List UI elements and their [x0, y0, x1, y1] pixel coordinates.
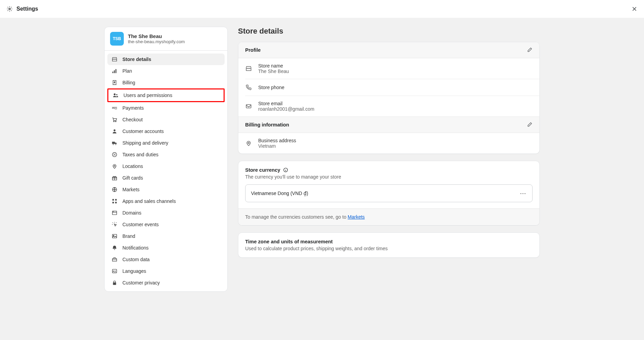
nav-gift-cards[interactable]: Gift cards [107, 172, 225, 184]
nav-label: Customer privacy [122, 280, 160, 286]
lock-icon [111, 280, 118, 286]
gift-icon [111, 175, 118, 181]
store-url: the-she-beau.myshopify.com [128, 39, 185, 44]
chart-icon [111, 68, 118, 74]
nav-label: Markets [122, 187, 140, 192]
billing-header-title: Billing information [245, 122, 289, 127]
nav-notifications[interactable]: Notifications [107, 242, 225, 254]
svg-point-12 [114, 154, 114, 154]
currency-title: Store currency [245, 167, 288, 173]
gear-icon [6, 5, 13, 12]
svg-rect-21 [112, 211, 117, 215]
timezone-card: Time zone and units of measurement Used … [238, 232, 540, 258]
row-value: Vietnam [258, 143, 296, 149]
timezone-desc: Used to calculate product prices, shippi… [245, 246, 533, 251]
apps-icon [111, 198, 118, 204]
cursor-click-icon [111, 221, 118, 228]
nav-markets[interactable]: Markets [107, 184, 225, 195]
nav-customer-accounts[interactable]: Customer accounts [107, 125, 225, 137]
page-header-title: Settings [16, 6, 38, 12]
nav-label: Notifications [122, 245, 148, 251]
nav-label: Locations [122, 163, 143, 169]
nav-billing[interactable]: Billing [107, 77, 225, 88]
nav-label: Customer events [122, 222, 159, 227]
svg-text:A文: A文 [113, 270, 117, 272]
svg-point-0 [9, 8, 11, 10]
more-icon[interactable]: ⋯ [520, 190, 527, 197]
svg-point-4 [114, 94, 116, 95]
currency-card: Store currency The currency you'll use t… [238, 161, 540, 226]
truck-icon [111, 140, 118, 146]
main-content: Store details Profile Store name The She… [238, 27, 540, 265]
nav-payments[interactable]: Payments [107, 102, 225, 114]
domains-icon [111, 210, 118, 216]
briefcase-icon [111, 256, 118, 263]
settings-sidebar: TSB The She Beau the-she-beau.myshopify.… [104, 27, 228, 292]
nav-label: Custom data [122, 257, 150, 262]
cart-icon [111, 117, 118, 123]
nav-label: Shipping and delivery [122, 140, 168, 146]
svg-rect-2 [114, 70, 115, 73]
nav-label: Brand [122, 233, 135, 239]
image-icon [111, 233, 118, 239]
nav-domains[interactable]: Domains [107, 207, 225, 219]
store-icon [245, 65, 252, 72]
billing-header: Billing information [238, 117, 539, 133]
nav-label: Apps and sales channels [122, 198, 176, 204]
settings-nav: Store details Plan Billing Users and per… [105, 51, 227, 291]
nav-label: Users and permissions [123, 93, 172, 98]
nav-taxes-duties[interactable]: Taxes and duties [107, 149, 225, 160]
store-avatar: TSB [110, 32, 124, 46]
nav-checkout[interactable]: Checkout [107, 114, 225, 125]
nav-label: Languages [122, 268, 146, 274]
svg-point-10 [115, 144, 116, 145]
svg-rect-3 [116, 69, 117, 73]
payments-icon [111, 105, 118, 111]
svg-point-14 [114, 165, 115, 166]
nav-shipping-delivery[interactable]: Shipping and delivery [107, 137, 225, 149]
store-email-row: Store email roanlanh2001@gmail.com [245, 96, 539, 117]
profile-header: Profile [238, 42, 539, 58]
nav-label: Billing [122, 80, 135, 85]
nav-plan[interactable]: Plan [107, 65, 225, 77]
nav-label: Checkout [122, 117, 143, 122]
nav-label: Store details [122, 57, 151, 62]
row-label: Store name [258, 63, 289, 69]
svg-point-8 [114, 130, 115, 131]
nav-users-permissions[interactable]: Users and permissions [107, 88, 225, 102]
nav-customer-privacy[interactable]: Customer privacy [107, 277, 225, 289]
globe-icon [111, 186, 118, 193]
svg-point-6 [114, 121, 114, 122]
nav-brand[interactable]: Brand [107, 230, 225, 242]
svg-rect-17 [112, 199, 114, 201]
bell-icon [111, 245, 118, 251]
pencil-icon[interactable] [526, 122, 533, 128]
currency-footer: To manage the currencies customers see, … [238, 208, 539, 225]
store-phone-row: Store phone [245, 79, 539, 96]
nav-customer-events[interactable]: Customer events [107, 219, 225, 230]
nav-locations[interactable]: Locations [107, 160, 225, 172]
nav-custom-data[interactable]: Custom data [107, 254, 225, 265]
nav-languages[interactable]: A文 Languages [107, 265, 225, 277]
info-icon[interactable] [283, 167, 288, 173]
person-icon [111, 128, 118, 134]
svg-rect-19 [112, 202, 114, 204]
pencil-icon[interactable] [526, 47, 533, 53]
svg-rect-22 [112, 234, 117, 238]
close-icon[interactable] [631, 5, 638, 12]
currency-selector[interactable]: Vietnamese Dong (VND ₫) ⋯ [245, 184, 533, 202]
currency-value: Vietnamese Dong (VND ₫) [251, 191, 308, 196]
row-label: Store phone [258, 85, 284, 90]
nav-store-details[interactable]: Store details [107, 53, 225, 65]
svg-rect-20 [115, 202, 117, 204]
phone-icon [245, 84, 252, 91]
store-name: The She Beau [128, 33, 185, 39]
nav-apps-channels[interactable]: Apps and sales channels [107, 195, 225, 207]
store-header[interactable]: TSB The She Beau the-she-beau.myshopify.… [105, 27, 227, 51]
language-icon: A文 [111, 268, 118, 274]
markets-link[interactable]: Markets [348, 214, 365, 220]
nav-label: Gift cards [122, 175, 143, 181]
nav-label: Payments [122, 105, 144, 111]
topbar: Settings [0, 0, 644, 18]
nav-label: Customer accounts [122, 129, 164, 134]
